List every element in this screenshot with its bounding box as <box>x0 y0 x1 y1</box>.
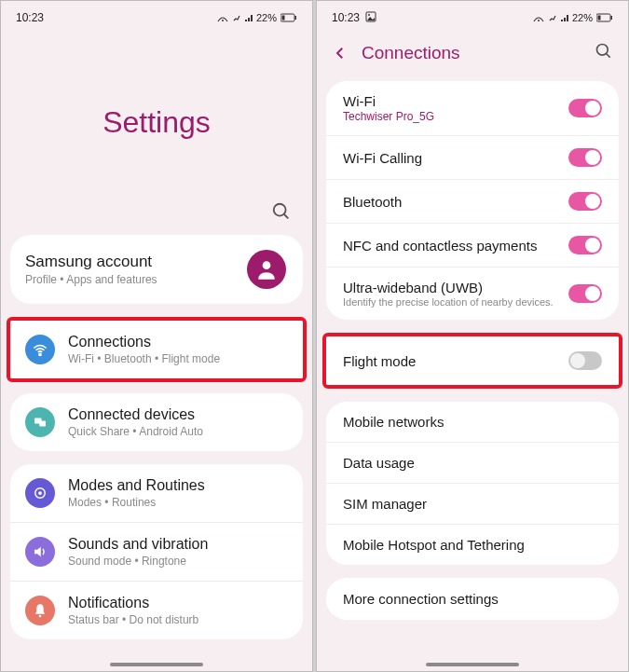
svg-point-11 <box>38 491 42 495</box>
wifi-row[interactable]: Wi-Fi Techwiser Pro_5G <box>326 81 619 136</box>
row-title: Bluetooth <box>343 194 559 210</box>
svg-rect-17 <box>598 16 601 21</box>
highlight-flight-mode: Flight mode <box>322 333 622 389</box>
row-subtitle: Techwiser Pro_5G <box>343 110 559 123</box>
row-title: Ultra-wideband (UWB) <box>343 280 559 295</box>
row-title: NFC and contactless payments <box>343 238 559 254</box>
wifi-calling-toggle[interactable] <box>568 148 602 167</box>
account-title: Samsung account <box>25 253 247 271</box>
page-title: Settings <box>20 105 294 140</box>
svg-point-15 <box>538 20 540 21</box>
row-title: Flight mode <box>343 353 559 369</box>
row-subtitle: Modes • Routines <box>68 496 288 509</box>
svg-point-19 <box>597 45 608 56</box>
avatar-icon <box>247 250 286 289</box>
nfc-row[interactable]: NFC and contactless payments <box>326 224 619 267</box>
row-title: Notifications <box>68 595 288 611</box>
svg-point-14 <box>368 14 370 16</box>
connections-row[interactable]: Connections Wi-Fi • Bluetooth • Flight m… <box>10 321 303 378</box>
status-bar: 10:23 22% <box>1 1 312 31</box>
back-button[interactable] <box>332 45 349 62</box>
status-indicators: 22% <box>533 12 613 23</box>
header: Connections <box>317 31 628 81</box>
status-time: 10:23 <box>16 11 44 24</box>
wifi-calling-row[interactable]: Wi-Fi Calling <box>326 136 619 180</box>
settings-main-screen: 10:23 22% Settings Samsung account Profi… <box>0 0 313 672</box>
bluetooth-toggle[interactable] <box>568 192 602 211</box>
row-subtitle: Status bar • Do not disturb <box>68 613 288 626</box>
uwb-row[interactable]: Ultra-wideband (UWB) Identify the precis… <box>326 267 619 320</box>
row-subtitle: Wi-Fi • Bluetooth • Flight mode <box>68 352 288 365</box>
status-indicators: 22% <box>217 12 297 23</box>
status-bar: 10:23 22% <box>317 1 628 31</box>
row-title: Mobile networks <box>343 414 593 430</box>
row-title: Connected devices <box>68 406 288 423</box>
row-subtitle: Identify the precise location of nearby … <box>343 296 559 308</box>
battery-percent: 22% <box>572 12 593 23</box>
row-title: Modes and Routines <box>68 477 288 494</box>
row-title: SIM manager <box>343 496 593 512</box>
search-icon[interactable] <box>271 201 292 226</box>
svg-rect-2 <box>282 16 285 21</box>
svg-point-12 <box>39 615 42 618</box>
connected-devices-row[interactable]: Connected devices Quick Share • Android … <box>10 393 303 451</box>
svg-point-6 <box>263 261 271 269</box>
svg-rect-9 <box>39 421 46 427</box>
flight-mode-toggle[interactable] <box>568 351 602 370</box>
battery-percent: 22% <box>256 12 277 23</box>
bluetooth-row[interactable]: Bluetooth <box>326 180 619 224</box>
sounds-row[interactable]: Sounds and vibration Sound mode • Ringto… <box>10 523 303 582</box>
svg-point-4 <box>274 204 286 216</box>
data-usage-row[interactable]: Data usage <box>326 443 619 484</box>
search-icon[interactable] <box>595 42 613 64</box>
row-title: Mobile Hotspot and Tethering <box>343 537 593 553</box>
account-subtitle: Profile • Apps and features <box>25 273 247 286</box>
row-title: Connections <box>68 334 288 350</box>
nfc-toggle[interactable] <box>568 236 602 254</box>
more-settings-row[interactable]: More connection settings <box>326 578 619 620</box>
sim-manager-row[interactable]: SIM manager <box>326 484 619 525</box>
navigation-handle[interactable] <box>426 663 519 666</box>
wifi-toggle[interactable] <box>568 99 602 117</box>
navigation-handle[interactable] <box>110 663 203 666</box>
connections-screen: 10:23 22% Connections Wi-Fi Techwiser Pr… <box>316 0 629 672</box>
sound-icon <box>25 537 55 567</box>
hotspot-row[interactable]: Mobile Hotspot and Tethering <box>326 525 619 565</box>
header-title: Connections <box>362 43 595 63</box>
row-title: Wi-Fi Calling <box>343 150 559 166</box>
image-notification-icon <box>365 11 376 25</box>
devices-icon <box>25 407 55 437</box>
svg-point-7 <box>39 353 41 355</box>
modes-row[interactable]: Modes and Routines Modes • Routines <box>10 464 303 523</box>
uwb-toggle[interactable] <box>568 284 602 303</box>
notifications-row[interactable]: Notifications Status bar • Do not distur… <box>10 582 303 639</box>
svg-point-0 <box>222 20 224 21</box>
flight-mode-row[interactable]: Flight mode <box>326 336 619 385</box>
mobile-networks-row[interactable]: Mobile networks <box>326 402 619 443</box>
row-title: More connection settings <box>343 591 593 607</box>
row-title: Sounds and vibration <box>68 536 288 553</box>
modes-icon <box>25 478 55 508</box>
highlight-connections: Connections Wi-Fi • Bluetooth • Flight m… <box>7 317 307 382</box>
status-time: 10:23 <box>332 11 360 24</box>
row-title: Data usage <box>343 455 593 471</box>
svg-rect-3 <box>295 16 297 20</box>
bell-icon <box>25 596 55 625</box>
page-header: Settings <box>1 31 312 196</box>
row-title: Wi-Fi <box>343 93 559 109</box>
svg-line-5 <box>284 214 289 219</box>
row-subtitle: Quick Share • Android Auto <box>68 425 288 438</box>
svg-rect-18 <box>611 16 613 20</box>
samsung-account-card[interactable]: Samsung account Profile • Apps and featu… <box>10 235 303 304</box>
svg-line-20 <box>607 54 610 58</box>
wifi-icon <box>25 335 55 364</box>
row-subtitle: Sound mode • Ringtone <box>68 555 288 568</box>
